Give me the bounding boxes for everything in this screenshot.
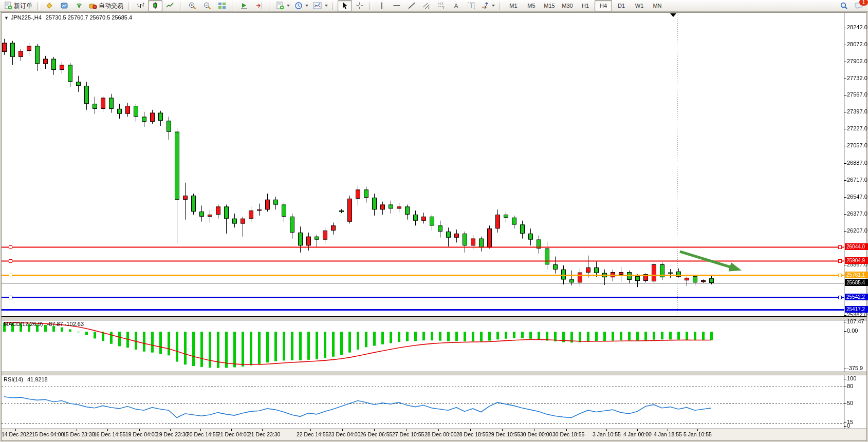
trendline-button[interactable] xyxy=(404,0,419,11)
chat-button[interactable]: 1 xyxy=(852,0,866,11)
time-axis-label: 20 Dec 14:55 xyxy=(187,431,218,437)
timeframe-M1[interactable]: M1 xyxy=(505,0,522,11)
text-label-button[interactable]: T xyxy=(464,0,478,11)
time-axis-label: 4 Jan 18:55 xyxy=(654,431,682,437)
one-click-trading-arrow[interactable]: ▼ xyxy=(4,15,9,21)
toolbar-grip xyxy=(269,2,271,10)
svg-text:F: F xyxy=(443,6,445,10)
cursor-icon xyxy=(341,2,349,10)
vertical-line-button[interactable] xyxy=(375,0,389,11)
rsi-axis-tick: 50 xyxy=(847,400,853,406)
rsi-axis-tick: 0 xyxy=(847,422,850,429)
rsi-value: 41.9218 xyxy=(27,376,48,382)
fibonacci-button[interactable]: F xyxy=(434,0,449,11)
time-axis-label: 15 Dec 04:00 xyxy=(32,431,64,437)
macd-values: -87.87 -102.63 xyxy=(47,321,84,327)
new-chart-button[interactable] xyxy=(274,0,292,11)
toolbar-grip xyxy=(370,2,372,10)
timeframe-D1[interactable]: D1 xyxy=(613,0,630,11)
macd-axis-tick: 0.00 xyxy=(847,328,858,334)
vertical-line-icon xyxy=(378,2,386,10)
horizontal-line-button[interactable] xyxy=(390,0,404,11)
timeframe-MN[interactable]: MN xyxy=(649,0,666,11)
new-chart-icon xyxy=(276,2,284,10)
chart-canvas[interactable] xyxy=(0,0,868,442)
clock-icon xyxy=(294,2,303,10)
auto-scroll-button[interactable] xyxy=(237,0,251,11)
crosshair-button[interactable] xyxy=(353,0,367,11)
time-axis-label: 16 Dec 14:55 xyxy=(94,431,125,437)
dropdown-caret xyxy=(305,5,308,7)
tile-windows-button[interactable] xyxy=(215,0,229,11)
text-button[interactable]: A xyxy=(449,0,464,11)
template-chart-icon xyxy=(313,2,322,10)
price-line-badge: 25417.2 xyxy=(845,306,868,313)
search-button[interactable] xyxy=(837,0,851,11)
price-line-badge: 26044.0 xyxy=(845,243,868,250)
price-line-badge: 25542.2 xyxy=(845,294,868,300)
quotes-button[interactable] xyxy=(42,0,57,11)
market-watch-button[interactable] xyxy=(57,0,71,11)
equidistant-channel-icon: E xyxy=(422,2,431,10)
line-chart-button[interactable] xyxy=(163,0,177,11)
periods-button[interactable] xyxy=(292,0,310,11)
quotes-icon xyxy=(45,2,53,10)
price-axis-tick: 27732.0 xyxy=(847,75,867,81)
bar-chart-icon xyxy=(136,2,144,10)
auto-trading-button[interactable]: 自动交易 xyxy=(87,0,125,11)
time-axis-label: 3 Jan 10:55 xyxy=(593,431,621,437)
price-axis-tick: 27057.0 xyxy=(847,142,867,148)
auto-scroll-icon xyxy=(240,2,248,10)
timeframe-buttons: M1M5M15M30H1H4D1W1MN xyxy=(505,0,666,11)
signals-button[interactable] xyxy=(72,0,86,11)
trendline-icon xyxy=(408,2,416,10)
horizontal-line-icon xyxy=(393,2,401,10)
time-axis-label: 30 Dec 18:55 xyxy=(552,431,584,437)
crosshair-icon xyxy=(356,2,364,10)
macd-indicator-label: MACD(12,26,9) -87.87 -102.63 xyxy=(4,321,84,327)
price-axis-tick: 26377.0 xyxy=(847,210,867,217)
timeframe-H1[interactable]: H1 xyxy=(577,0,594,11)
price-axis-tick: 26207.0 xyxy=(847,227,867,234)
price-axis-tick: 27902.0 xyxy=(847,58,867,64)
time-axis-label: 22 Dec 14:55 xyxy=(297,431,328,437)
candlestick-chart-button[interactable] xyxy=(148,0,162,11)
bar-chart-button[interactable] xyxy=(133,0,147,11)
equidistant-channel-button[interactable]: E xyxy=(419,0,434,11)
timeframe-M5[interactable]: M5 xyxy=(523,0,540,11)
current-price-badge: 25685.4 xyxy=(845,279,868,286)
arrows-tool-button[interactable] xyxy=(479,0,497,11)
toolbar-grip xyxy=(180,2,182,10)
templates-button[interactable] xyxy=(311,0,330,11)
arrows-tool-icon xyxy=(481,2,489,10)
price-axis-tick: 26887.0 xyxy=(847,160,867,166)
price-line-badge: 25761.1 xyxy=(845,272,868,278)
timeframe-H4[interactable]: H4 xyxy=(595,0,612,11)
timeframe-W1[interactable]: W1 xyxy=(631,0,648,11)
macd-name: MACD(12,26,9) xyxy=(4,321,43,327)
timeframe-M15[interactable]: M15 xyxy=(541,0,558,11)
new-order-button[interactable]: 新订单 xyxy=(2,0,34,11)
zoom-in-button[interactable] xyxy=(185,0,199,11)
toolbar-grip xyxy=(128,2,131,10)
time-axis-label: 28 Dec 18:55 xyxy=(456,431,488,437)
time-axis-label: 19 Dec 23:30 xyxy=(156,431,188,437)
zoom-out-button[interactable] xyxy=(200,0,214,11)
price-axis-tick: 28242.0 xyxy=(847,24,867,30)
zoom-in-icon xyxy=(188,2,197,10)
time-axis-label: 23 Dec 04:00 xyxy=(328,431,360,437)
candlestick-chart-icon xyxy=(151,2,159,10)
rsi-axis-tick: 100 xyxy=(847,375,856,381)
time-axis-label: 30 Dec 00:00 xyxy=(520,431,552,437)
time-axis-label: 29 Dec 10:55 xyxy=(488,431,520,437)
time-axis-label: 28 Dec 00:00 xyxy=(424,431,456,437)
price-axis-tick: 28072.0 xyxy=(847,41,867,47)
cursor-button[interactable] xyxy=(338,0,352,11)
new-order-icon xyxy=(4,2,12,10)
fibonacci-icon: F xyxy=(437,2,446,10)
chart-shift-button[interactable] xyxy=(252,0,266,11)
time-axis-label: 27 Dec 10:55 xyxy=(392,431,424,437)
new-order-label: 新订单 xyxy=(14,2,32,10)
timeframe-M30[interactable]: M30 xyxy=(559,0,576,11)
auto-trading-icon xyxy=(89,2,97,10)
